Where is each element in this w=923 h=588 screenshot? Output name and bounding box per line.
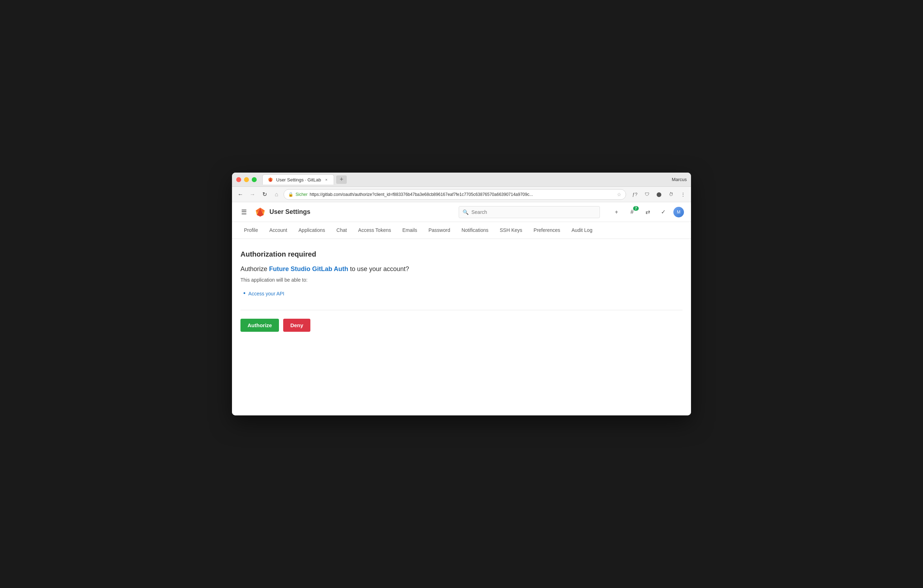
header-actions: + # 7 ⇄ ✓ M [611,207,684,218]
back-button[interactable]: ← [235,190,245,200]
app-title: User Settings [269,208,310,216]
svg-marker-5 [269,180,272,182]
secure-text: Sicher [296,192,307,197]
secure-icon: 🔒 [288,192,294,197]
merge-badge: 7 [633,206,639,211]
toolbar-icon-dot[interactable]: ⬤ [654,190,664,199]
bookmark-icon[interactable]: ☆ [617,192,621,197]
tab-close-button[interactable]: × [324,177,329,182]
permission-item: Access your API [243,288,683,298]
tab-audit-log[interactable]: Audit Log [567,222,598,239]
gitlab-fox-icon [255,206,266,218]
close-window-button[interactable] [236,177,241,182]
traffic-lights [236,177,257,182]
tab-emails[interactable]: Emails [397,222,422,239]
search-input[interactable] [471,209,596,215]
merge-icon: ⇄ [645,209,650,215]
toolbar-icon-shield[interactable]: 🛡 [642,190,652,199]
header-search[interactable]: 🔍 [459,206,600,218]
toolbar-icons: ƒ? 🛡 ⬤ ⏱ ⋮ [630,190,688,199]
tab-applications[interactable]: Applications [294,222,330,239]
user-avatar-button[interactable]: M [673,207,684,218]
permission-list: Access your API [240,288,683,298]
tab-bar: User Settings · GitLab × + [262,174,672,185]
merge-requests-button[interactable]: # 7 [627,207,637,218]
new-tab-button[interactable]: + [336,175,347,184]
toolbar-icon-timer[interactable]: ⏱ [666,190,675,199]
tab-ssh-keys[interactable]: SSH Keys [495,222,527,239]
browser-tab[interactable]: User Settings · GitLab × [262,174,334,185]
tab-favicon [268,177,273,182]
issues-button[interactable]: ⇄ [642,207,653,218]
hamburger-menu-button[interactable]: ☰ [239,206,249,218]
hash-icon: # [631,209,634,215]
minimize-window-button[interactable] [244,177,249,182]
authorize-suffix: to use your account? [348,265,409,272]
url-bar[interactable]: 🔒 Sicher https://gitlab.com/oauth/author… [284,189,626,200]
check-icon: ✓ [661,209,665,215]
todos-button[interactable]: ✓ [658,207,668,218]
main-content: Authorization required Authorize Future … [232,239,691,415]
gitlab-logo[interactable]: User Settings [255,206,310,218]
app-header: ☰ User Settings 🔍 + # 7 [232,202,691,222]
toolbar-icon-f[interactable]: ƒ? [630,190,639,199]
home-button[interactable]: ⌂ [271,190,281,200]
permission-text: Access your API [248,291,284,296]
divider [240,310,683,310]
tab-profile[interactable]: Profile [239,222,263,239]
authorize-question: Authorize Future Studio GitLab Auth to u… [240,265,683,273]
tab-access-tokens[interactable]: Access Tokens [353,222,396,239]
tab-account[interactable]: Account [264,222,292,239]
new-item-button[interactable]: + [611,207,622,218]
maximize-window-button[interactable] [252,177,257,182]
deny-button[interactable]: Deny [283,319,310,332]
search-icon: 🔍 [463,209,468,215]
refresh-button[interactable]: ↻ [259,190,269,200]
authorize-prefix: Authorize [240,265,269,272]
tab-preferences[interactable]: Preferences [529,222,565,239]
app-description: This application will be able to: [240,277,683,283]
tab-title: User Settings · GitLab [276,177,321,182]
tab-notifications[interactable]: Notifications [457,222,493,239]
url-text: https://gitlab.com/oauth/authorize?clien… [310,192,533,197]
tab-password[interactable]: Password [424,222,455,239]
tab-chat[interactable]: Chat [332,222,352,239]
window-user-label: Marcus [672,177,687,182]
forward-button[interactable]: → [248,190,258,200]
browser-window: User Settings · GitLab × + Marcus ← → ↻ … [232,173,691,415]
nav-tabs: Profile Account Applications Chat Access… [232,222,691,239]
toolbar-icon-more[interactable]: ⋮ [678,190,688,199]
authorize-button[interactable]: Authorize [240,319,279,332]
svg-marker-11 [257,213,263,216]
plus-icon: + [615,209,618,215]
title-bar: User Settings · GitLab × + Marcus [232,173,691,187]
page-heading: Authorization required [240,250,683,258]
avatar-initials: M [677,210,680,215]
address-bar: ← → ↻ ⌂ 🔒 Sicher https://gitlab.com/oaut… [232,187,691,202]
action-buttons: Authorize Deny [240,319,683,332]
app-name-link[interactable]: Future Studio GitLab Auth [269,265,348,272]
